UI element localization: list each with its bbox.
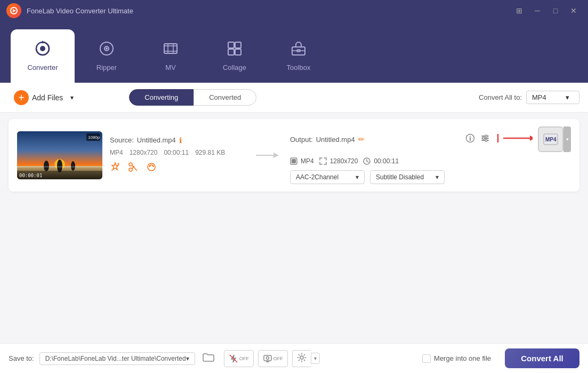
merge-checkbox-area: Merge into one file: [422, 354, 491, 363]
annotation-arrow: [495, 132, 533, 147]
merge-checkbox[interactable]: [422, 354, 431, 363]
tab-group: Converting Converted: [129, 89, 256, 106]
mv-icon: [163, 41, 179, 60]
chevron-down-icon: ▾: [566, 93, 569, 101]
output-resolution: 1280x720: [319, 157, 358, 165]
tab-converted[interactable]: Converted: [194, 89, 256, 106]
audio-label: AAC-2Channel: [296, 173, 339, 181]
svg-point-60: [266, 356, 269, 359]
app-title: FoneLab Video Converter Ultimate: [27, 7, 511, 15]
maximize-button[interactable]: □: [547, 4, 563, 17]
add-files-label: Add Files: [32, 93, 63, 102]
settings-button[interactable]: [292, 350, 311, 367]
svg-marker-47: [530, 136, 533, 141]
svg-point-3: [40, 46, 45, 51]
save-path-display[interactable]: D:\FoneLab\FoneLab Vid...ter Ultimate\Co…: [39, 352, 195, 365]
output-settings-button[interactable]: [480, 133, 490, 145]
svg-rect-22: [17, 166, 102, 168]
window-controls: ⊞ ─ □ ✕: [511, 4, 582, 17]
svg-rect-9: [228, 42, 234, 48]
source-filename: Untitled.mp4: [137, 136, 176, 144]
format-badge-container: MP4 ▾: [538, 126, 571, 152]
file-output: Output: Untitled.mp4 ✏: [290, 126, 571, 184]
convert-format-dropdown[interactable]: MP4 ▾: [526, 91, 579, 104]
caption-btn[interactable]: ⊞: [511, 4, 527, 17]
toolbox-icon: [291, 41, 307, 60]
subtitle-dropdown-icon: ▾: [436, 173, 439, 181]
svg-point-46: [485, 139, 487, 141]
nav-item-ripper[interactable]: Ripper: [75, 29, 139, 83]
enhance-button[interactable]: [110, 162, 120, 175]
svg-text:00:00:01: 00:00:01: [19, 173, 42, 178]
path-dropdown-icon: ▾: [186, 355, 189, 362]
output-row1: Output: Untitled.mp4 ✏: [290, 126, 571, 152]
tab-converting[interactable]: Converting: [129, 89, 194, 106]
format-dropdown-arrow[interactable]: ▾: [563, 126, 571, 152]
source-info-icon[interactable]: ℹ: [179, 136, 182, 145]
converter-icon: [35, 41, 51, 60]
screen-off-label: OFF: [273, 356, 283, 361]
bottom-tools: OFF OFF ▾: [224, 350, 320, 367]
hardware-accel-button[interactable]: OFF: [224, 350, 254, 367]
output-name-row: Output: Untitled.mp4 ✏: [290, 135, 365, 144]
collage-label: Collage: [223, 64, 246, 72]
cut-button[interactable]: [128, 162, 139, 175]
minimize-button[interactable]: ─: [529, 4, 545, 17]
audio-channel-select[interactable]: AAC-2Channel ▾: [290, 170, 365, 184]
svg-rect-52: [292, 159, 296, 163]
file-meta: MP4 1280x720 00:00:11 929.81 KB: [110, 149, 243, 156]
svg-marker-1: [13, 9, 16, 12]
filesize-meta: 929.81 KB: [195, 149, 225, 156]
output-info-button[interactable]: [465, 133, 475, 145]
format-meta: MP4: [110, 149, 123, 156]
nav-item-converter[interactable]: Converter: [11, 29, 75, 83]
svg-point-33: [148, 163, 155, 171]
nav-item-collage[interactable]: Collage: [203, 29, 267, 83]
svg-rect-8: [164, 44, 177, 53]
svg-point-7: [106, 47, 108, 50]
converter-label: Converter: [27, 64, 58, 72]
ripper-icon: [99, 41, 115, 60]
subtitle-label: Subtitle Disabled: [376, 173, 424, 181]
title-bar: FoneLab Video Converter Ultimate ⊞ ─ □ ✕: [0, 0, 588, 21]
close-button[interactable]: ✕: [566, 4, 582, 17]
nav-item-mv[interactable]: MV: [139, 29, 203, 83]
app-logo: [6, 3, 21, 18]
nav-item-toolbox[interactable]: Toolbox: [267, 29, 331, 83]
format-value: MP4: [532, 93, 546, 101]
svg-point-61: [300, 356, 303, 359]
save-path-text: D:\FoneLab\FoneLab Vid...ter Ultimate\Co…: [45, 355, 186, 362]
svg-point-44: [485, 135, 487, 137]
output-selects: AAC-2Channel ▾ Subtitle Disabled ▾: [290, 170, 571, 184]
collage-icon: [227, 41, 243, 60]
edit-icon[interactable]: ✏: [358, 135, 365, 144]
audio-dropdown-icon: ▾: [356, 173, 359, 181]
settings-group: ▾: [292, 350, 320, 367]
effects-button[interactable]: [146, 162, 157, 175]
convert-all-button[interactable]: Convert All: [505, 348, 579, 368]
mv-label: MV: [165, 64, 176, 72]
toolbar: + Add Files ▾ Converting Converted Conve…: [0, 83, 588, 113]
format-badge[interactable]: MP4: [538, 126, 563, 152]
open-folder-button[interactable]: [200, 350, 216, 367]
settings-dropdown-button[interactable]: ▾: [311, 353, 320, 364]
hw-off-label: OFF: [239, 356, 249, 361]
conversion-arrow: [251, 147, 283, 163]
output-format: MP4: [290, 157, 314, 165]
screen-record-button[interactable]: OFF: [258, 350, 288, 367]
add-files-button[interactable]: + Add Files: [9, 87, 68, 108]
add-files-dropdown-button[interactable]: ▾: [68, 91, 76, 105]
svg-text:1080p: 1080p: [88, 135, 100, 140]
merge-label: Merge into one file: [434, 354, 491, 362]
save-to-label: Save to:: [9, 354, 34, 362]
output-duration: 00:00:11: [363, 157, 399, 165]
output-label: Output:: [290, 136, 313, 144]
nav-bar: Converter Ripper MV: [0, 21, 588, 83]
svg-point-34: [149, 165, 151, 166]
subtitle-select[interactable]: Subtitle Disabled ▾: [370, 170, 445, 184]
output-filename: Untitled.mp4: [316, 136, 355, 144]
file-source: Source: Untitled.mp4 ℹ: [110, 136, 243, 145]
ripper-label: Ripper: [96, 64, 117, 72]
svg-marker-37: [273, 153, 279, 158]
svg-rect-57: [264, 355, 271, 361]
